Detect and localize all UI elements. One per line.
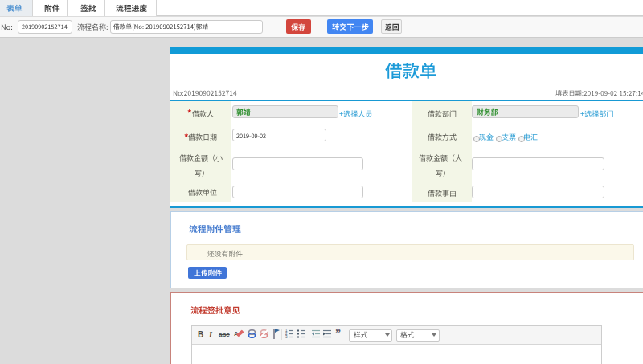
svg-text:3: 3	[285, 335, 288, 338]
